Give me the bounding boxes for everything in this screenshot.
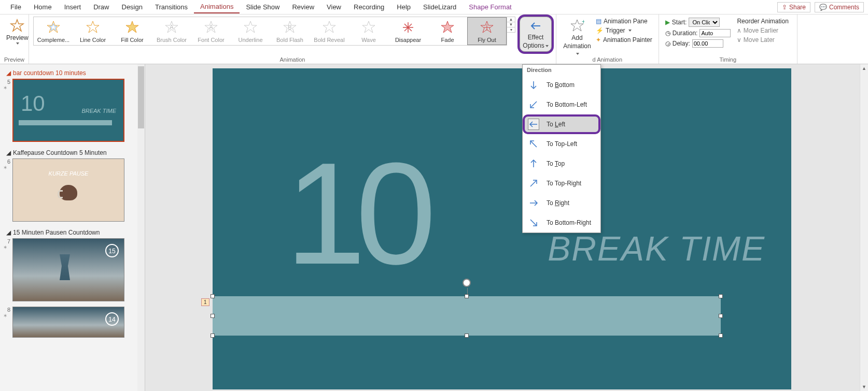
delay-input[interactable] bbox=[692, 39, 723, 48]
pane-icon: ▤ bbox=[596, 18, 601, 25]
effect-boldreveal[interactable]: Bold Reveal bbox=[310, 17, 349, 45]
effect-fontcolor[interactable]: AFont Color bbox=[191, 17, 231, 45]
svg-text:A: A bbox=[170, 24, 174, 31]
effect-linecolor[interactable]: Line Color bbox=[73, 17, 113, 45]
section-header[interactable]: ◢bar countdown 10 minutes bbox=[3, 67, 137, 79]
direction-bottom-right[interactable]: To Bottom-Right bbox=[523, 213, 600, 233]
duration-input[interactable] bbox=[699, 29, 731, 37]
star-icon bbox=[86, 20, 100, 35]
animation-pane-button[interactable]: ▤Animation Pane bbox=[596, 18, 652, 25]
tab-shapeformat[interactable]: Shape Format bbox=[463, 1, 517, 13]
tab-slideshow[interactable]: Slide Show bbox=[240, 1, 286, 13]
effect-brushcolor[interactable]: ABrush Color bbox=[152, 17, 191, 45]
tab-design[interactable]: Design bbox=[116, 1, 149, 13]
comment-icon: 💬 bbox=[819, 4, 827, 11]
scroll-down-icon[interactable]: ▼ bbox=[860, 383, 868, 391]
rotate-handle[interactable] bbox=[463, 279, 471, 287]
svg-marker-13 bbox=[362, 21, 375, 33]
effect-disappear[interactable]: Disappear bbox=[388, 17, 428, 45]
slide-number: 7 bbox=[3, 238, 10, 244]
svg-marker-12 bbox=[323, 21, 335, 33]
comments-button[interactable]: 💬Comments bbox=[815, 2, 864, 12]
trigger-button[interactable]: ⚡Trigger bbox=[596, 27, 652, 34]
direction-top-left[interactable]: To Top-Left bbox=[523, 134, 600, 154]
arrow-down-icon bbox=[528, 79, 539, 91]
painter-icon: ✦ bbox=[596, 36, 601, 44]
move-later-button[interactable]: ∨ Move Later bbox=[737, 36, 788, 44]
svg-marker-3 bbox=[87, 21, 99, 33]
tab-home[interactable]: Home bbox=[27, 1, 58, 13]
slide-thumbnails-panel: ◢bar countdown 10 minutes 5✶ 10 BREAK TI… bbox=[0, 64, 145, 391]
animation-order-tag[interactable]: 1 bbox=[201, 298, 209, 306]
gallery-more[interactable]: ▾ bbox=[507, 27, 515, 32]
anim-indicator-icon: ✶ bbox=[3, 244, 10, 250]
slide-editor[interactable]: 10 BREAK TIME 1 ▲ ▼ bbox=[145, 64, 868, 391]
arrow-down-left-icon bbox=[528, 99, 539, 110]
share-button[interactable]: ⇪Share bbox=[777, 2, 810, 12]
slide-thumbnail[interactable]: 15 bbox=[12, 238, 124, 301]
tab-file[interactable]: File bbox=[4, 1, 27, 13]
editor-scrollbar[interactable]: ▲ ▼ bbox=[860, 64, 868, 391]
move-earlier-button[interactable]: ∧ Move Earlier bbox=[737, 27, 788, 34]
gallery-up[interactable]: ▲ bbox=[507, 17, 515, 22]
tab-draw[interactable]: Draw bbox=[87, 1, 115, 13]
direction-left[interactable]: To Left bbox=[523, 114, 600, 134]
direction-bottom-left[interactable]: To Bottom-Left bbox=[523, 95, 600, 114]
star-icon bbox=[401, 20, 415, 35]
anim-indicator-icon: ✶ bbox=[3, 165, 10, 170]
collapse-icon: ◢ bbox=[6, 149, 11, 156]
tab-transitions[interactable]: Transitions bbox=[149, 1, 194, 13]
effect-fillcolor[interactable]: Fill Color bbox=[113, 17, 152, 45]
slide-thumbnail[interactable]: 14 bbox=[12, 307, 124, 338]
tab-review[interactable]: Review bbox=[286, 1, 320, 13]
star-icon bbox=[243, 20, 258, 35]
slide-thumbnail[interactable]: KURZE PAUSE bbox=[12, 158, 124, 222]
slide-number: 5 bbox=[3, 79, 10, 85]
effect-complementary[interactable]: Compleme... bbox=[34, 17, 73, 45]
star-icon bbox=[125, 20, 139, 35]
panel-scrollbar[interactable] bbox=[137, 64, 145, 391]
arrow-up-left-icon bbox=[528, 138, 539, 150]
duration-label: Duration: bbox=[673, 30, 698, 37]
ribbon-tabs: File Home Insert Draw Design Transitions… bbox=[0, 0, 868, 15]
gallery-down[interactable]: ▼ bbox=[507, 22, 515, 27]
effect-underline[interactable]: Underline bbox=[231, 17, 270, 45]
direction-top-right[interactable]: To Top-Right bbox=[523, 173, 600, 193]
arrow-down-right-icon bbox=[528, 217, 539, 228]
direction-bottom[interactable]: To Bottom bbox=[523, 75, 600, 95]
slide-canvas[interactable]: 10 BREAK TIME 1 bbox=[213, 68, 791, 389]
tab-view[interactable]: View bbox=[320, 1, 347, 13]
tab-help[interactable]: Help bbox=[390, 1, 417, 13]
preview-button[interactable]: Preview bbox=[4, 17, 31, 47]
lightning-icon: ⚡ bbox=[596, 27, 604, 34]
effect-fade[interactable]: Fade bbox=[428, 17, 467, 45]
animation-painter-button[interactable]: ✦Animation Painter bbox=[596, 36, 652, 44]
reorder-label: Reorder Animation bbox=[737, 18, 788, 25]
tab-animations[interactable]: Animations bbox=[194, 1, 240, 13]
tab-slidelizard[interactable]: SlideLizard bbox=[417, 1, 463, 13]
section-header[interactable]: ◢Kaffepause Countdown 5 Minuten bbox=[3, 147, 137, 158]
scroll-up-icon[interactable]: ▲ bbox=[860, 64, 868, 73]
arrow-right-icon bbox=[528, 197, 539, 209]
ribbon: Preview Preview Compleme... Line Color F… bbox=[0, 15, 868, 64]
slide-thumbnail[interactable]: 10 BREAK TIME bbox=[12, 79, 124, 142]
effect-boldflash[interactable]: BBold Flash bbox=[270, 17, 310, 45]
tab-insert[interactable]: Insert bbox=[58, 1, 88, 13]
effect-wave[interactable]: Wave bbox=[349, 17, 388, 45]
animation-gallery[interactable]: Compleme... Line Color Fill Color ABrush… bbox=[33, 17, 507, 46]
play-icon: ▶ bbox=[665, 19, 670, 26]
effect-flyout[interactable]: Fly Out bbox=[467, 17, 507, 45]
direction-top[interactable]: To Top bbox=[523, 154, 600, 173]
svg-line-28 bbox=[531, 141, 537, 147]
add-animation-button[interactable]: + Add Animation bbox=[561, 17, 594, 59]
svg-line-30 bbox=[530, 181, 536, 186]
effect-options-button[interactable]: Effect Options bbox=[520, 17, 552, 52]
star-icon bbox=[322, 20, 337, 35]
section-header[interactable]: ◢15 Minuten Pausen Countdown bbox=[3, 227, 137, 238]
tab-recording[interactable]: Recording bbox=[347, 1, 390, 13]
direction-right[interactable]: To Right bbox=[523, 193, 600, 213]
countdown-bar-shape[interactable] bbox=[213, 296, 721, 336]
start-select[interactable]: On Click bbox=[689, 18, 720, 27]
svg-marker-9 bbox=[244, 21, 257, 33]
start-label: Start: bbox=[672, 19, 687, 26]
